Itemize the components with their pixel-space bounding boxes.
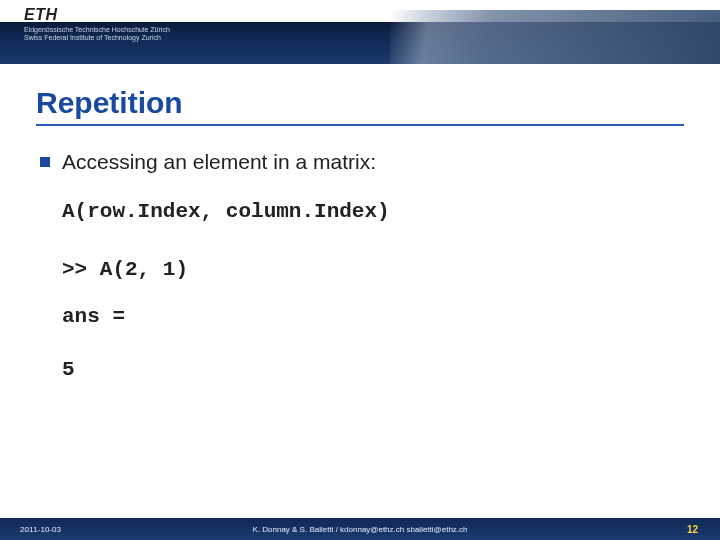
slide-header: ETH Eidgenössische Technische Hochschule… xyxy=(0,0,720,60)
header-photo xyxy=(390,10,720,64)
eth-logo: ETH xyxy=(24,6,58,24)
institution-subtext: Eidgenössische Technische Hochschule Zür… xyxy=(24,26,170,43)
bullet-square-icon xyxy=(40,157,50,167)
logo-text: ETH xyxy=(24,6,58,23)
footer-page-number: 12 xyxy=(687,524,698,535)
code-command-line: >> A(2, 1) xyxy=(62,258,188,281)
code-ans-line: ans = xyxy=(62,305,125,328)
subtext-line2: Swiss Federal Institute of Technology Zu… xyxy=(24,34,170,42)
code-result-line: 5 xyxy=(62,358,75,381)
footer-date: 2011-10-03 xyxy=(20,525,61,534)
code-syntax-line: A(row.Index, column.Index) xyxy=(62,200,390,223)
slide-title: Repetition xyxy=(36,86,183,120)
title-underline xyxy=(36,124,684,126)
footer-credit: K. Donnay & S. Balietti / kdonnay@ethz.c… xyxy=(252,525,467,534)
bullet-row: Accessing an element in a matrix: xyxy=(40,150,376,174)
subtext-line1: Eidgenössische Technische Hochschule Zür… xyxy=(24,26,170,34)
bullet-text: Accessing an element in a matrix: xyxy=(62,150,376,174)
slide-footer: 2011-10-03 K. Donnay & S. Balietti / kdo… xyxy=(0,518,720,540)
